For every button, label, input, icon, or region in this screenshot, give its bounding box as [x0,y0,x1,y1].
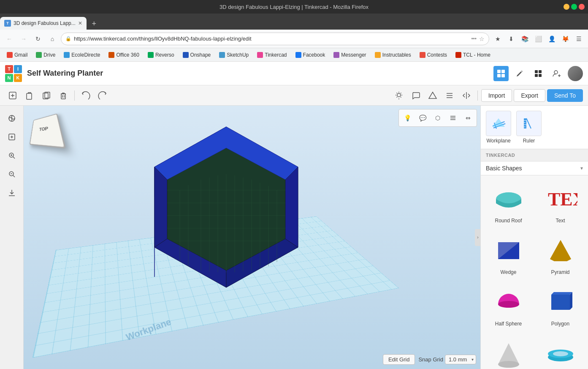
shape-round-roof[interactable]: Round Roof [484,179,533,227]
bookmark-gmail[interactable]: Gmail [3,51,31,59]
back-button[interactable]: ← [3,33,15,45]
shape-text[interactable]: TEXT Text [536,179,585,227]
paste-button[interactable] [22,88,37,103]
text-preview: TEXT [544,182,577,216]
bookmark-instructables-label: Instructables [382,52,411,58]
close-button[interactable] [579,4,585,10]
light-tool-button[interactable]: 💡 [401,111,414,125]
svg-rect-17 [61,94,65,99]
svg-marker-29 [429,92,436,98]
forward-button[interactable]: → [18,33,30,45]
duplicate-button[interactable] [39,88,54,103]
bookmark-onshape[interactable]: Onshape [179,51,214,59]
comment-icon[interactable] [408,88,423,103]
bookmark-reverso[interactable]: Reverso [144,51,178,59]
redo-button[interactable] [95,88,110,103]
bookmarks-bar: Gmail Drive EcoleDirecte Office 360 Reve… [0,48,588,62]
bookmark-tinkercad[interactable]: Tinkercad [254,51,290,59]
home-view-button[interactable] [4,111,19,126]
tinkercad-logo[interactable]: T I N K [5,65,22,82]
nav-bookmarks-button[interactable]: 📚 [519,33,531,45]
bookmark-tcl[interactable]: TCL - Home [452,51,494,59]
bookmark-ecoledirecte[interactable]: EcoleDirecte [60,51,103,59]
settings-button[interactable] [531,66,546,81]
nav-account-button[interactable]: 👤 [546,33,558,45]
shape-half-sphere[interactable]: Half Sphere [484,282,533,330]
nav-addon-button[interactable]: 🦊 [559,33,571,45]
nav-download-button[interactable]: ⬇ [505,33,517,45]
bookmark-sketchup-label: SketchUp [227,52,249,58]
mirror-icon[interactable] [459,88,474,103]
tab-close-button[interactable]: ✕ [78,20,82,26]
edit-mode-button[interactable] [512,66,527,81]
comment-tool-button[interactable]: 💬 [416,111,429,125]
zoom-out-button[interactable] [4,167,19,182]
header-right [493,66,583,81]
half-sphere-preview [492,285,526,319]
bookmark-instructables[interactable]: Instructables [371,51,415,59]
workplane-button[interactable]: Workplane [486,111,511,144]
shape-pyramid[interactable]: Pyramid [536,230,585,279]
align-tool-button[interactable] [446,111,460,125]
nav-tab-view-button[interactable]: ⬜ [532,33,544,45]
bookmark-messenger[interactable]: Messenger [330,51,369,59]
delete-button[interactable] [56,88,71,103]
bookmark-office360[interactable]: Office 360 [105,51,142,59]
ruler-button[interactable]: Ruler [516,111,542,144]
add-user-button[interactable] [549,66,564,81]
nav-star-button[interactable]: ★ [492,33,504,45]
tab-bar: T 3D design Fabulous Lapp... ✕ + [0,14,588,30]
maximize-button[interactable] [571,4,577,10]
group-tool-button[interactable]: ⬡ [431,111,444,125]
bookmark-sketchup[interactable]: SketchUp [216,51,252,59]
home-button[interactable]: ⌂ [46,33,58,45]
svg-point-103 [553,351,568,356]
nav-cube[interactable]: TOP [29,114,62,148]
shape-cone[interactable]: Cone [484,333,533,369]
new-button[interactable] [5,88,20,103]
lock-icon: 🔒 [65,36,71,41]
active-tab[interactable]: T 3D design Fabulous Lapp... ✕ [0,17,87,30]
drive-favicon [36,52,42,58]
panel-collapse-button[interactable]: › [475,229,481,246]
edit-grid-button[interactable]: Edit Grid [383,354,415,365]
new-tab-button[interactable]: + [88,18,100,30]
viewport[interactable]: TOP Workplane [24,106,480,369]
svg-point-8 [554,71,558,74]
send-to-button[interactable]: Send To [547,89,583,102]
bookmark-drive[interactable]: Drive [33,51,59,59]
export-button[interactable]: Export [514,89,545,102]
group-icon[interactable] [425,88,440,103]
snap-grid-dropdown-wrapper: 1.0 mm 0.5 mm 2.0 mm ▾ [445,355,476,364]
user-avatar[interactable] [568,66,583,81]
fit-view-button[interactable] [4,129,19,145]
align-icon[interactable] [442,88,457,103]
planter-3d[interactable] [117,114,336,325]
bookmark-contests[interactable]: Contests [416,51,450,59]
address-bar[interactable]: 🔒 https://www.tinkercad.com/things/llOyv… [61,33,489,45]
minimize-button[interactable] [564,4,569,10]
bookmark-icon[interactable]: ☆ [479,36,485,42]
undo-button[interactable] [78,88,93,103]
svg-line-27 [396,97,397,98]
shape-torus[interactable]: Torus [536,333,585,369]
svg-rect-4 [535,70,538,73]
nav-menu-button[interactable]: ☰ [573,33,585,45]
reload-button[interactable]: ↻ [32,33,44,45]
zoom-in-button[interactable] [4,148,19,163]
import-button[interactable]: Import [481,89,512,102]
download-button[interactable] [4,185,19,200]
toolbar: Import Export Send To [0,85,588,106]
snap-grid-dropdown[interactable]: 1.0 mm 0.5 mm 2.0 mm [445,355,476,364]
svg-marker-97 [551,292,572,295]
light-icon[interactable] [391,88,406,103]
ruler-label-text: Ruler [523,138,535,144]
svg-text:TEXT: TEXT [548,189,577,210]
shape-polygon[interactable]: Polygon [536,282,585,330]
ecoledirecte-favicon [64,52,70,58]
bookmark-facebook[interactable]: Facebook [292,51,329,59]
grid-view-button[interactable] [493,66,509,81]
shapes-category-dropdown[interactable]: Basic Shapes ▾ [481,161,588,175]
shape-wedge[interactable]: Wedge [484,230,533,279]
mirror-tool-button[interactable]: ⇔ [461,111,475,125]
